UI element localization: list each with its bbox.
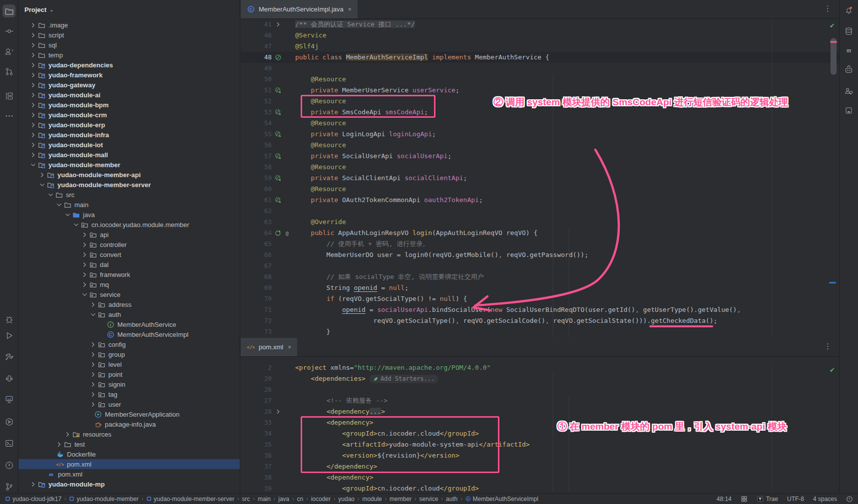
breadcrumb-item-member[interactable]: member xyxy=(390,496,412,503)
breadcrumb-item-service[interactable]: service xyxy=(419,496,438,503)
tree-item-yudao-module-crm[interactable]: yudao-module-crm xyxy=(18,110,240,120)
tree-item-memberauthservice[interactable]: IMemberAuthService xyxy=(18,319,240,329)
breadcrumb-item-yudao[interactable]: yudao xyxy=(338,496,355,503)
plugin-panel-icon[interactable] xyxy=(843,104,856,117)
ovr-gutter-icon[interactable] xyxy=(274,229,283,237)
tree-item-api[interactable]: api xyxy=(18,230,240,240)
tree-item-convert[interactable]: convert xyxy=(18,250,240,259)
version-control-icon[interactable] xyxy=(2,480,15,493)
tree-item-yudao-module-mp[interactable]: yudao-module-mp xyxy=(18,479,240,489)
breadcrumb-item-yudao-cloud-jdk17[interactable]: yudao-cloud-jdk17 xyxy=(5,496,61,503)
tree-item-yudao-module-erp[interactable]: yudao-module-erp xyxy=(18,120,240,130)
tree-item-address[interactable]: address xyxy=(18,299,240,309)
beanArrow-gutter-icon[interactable] xyxy=(274,108,283,116)
tree-item-temp[interactable]: temp xyxy=(18,50,240,60)
run-anything-icon[interactable] xyxy=(2,415,15,428)
tree-item-script[interactable]: script xyxy=(18,30,240,40)
inspections-ok-icon[interactable]: ✔ xyxy=(830,366,835,374)
structure-icon[interactable] xyxy=(2,89,15,102)
tree-item-pom-xml[interactable]: </>pom.xml xyxy=(18,459,240,469)
indent-setting[interactable]: 4 spaces xyxy=(813,496,837,503)
tree-item-controller[interactable]: controller xyxy=(18,240,240,250)
tree-item-level[interactable]: level xyxy=(18,359,240,369)
code-with-me-icon[interactable] xyxy=(843,84,856,97)
breadcrumb-item-memberauthserviceimpl[interactable]: CMemberAuthServiceImpl xyxy=(465,496,538,503)
tree-item-sql[interactable]: sql xyxy=(18,40,240,50)
problems-icon[interactable] xyxy=(2,459,15,472)
breadcrumb-item-auth[interactable]: auth xyxy=(446,496,457,503)
beanArrow-gutter-icon[interactable] xyxy=(274,196,283,204)
project-panel-header[interactable]: Project ⌄ xyxy=(18,0,240,19)
tree-item-yudao-module-ai[interactable]: yudao-module-ai xyxy=(18,90,240,100)
tree-item-mq[interactable]: mq xyxy=(18,279,240,289)
tree-item-test[interactable]: test xyxy=(18,439,240,449)
inspections-ok-icon[interactable]: ✔ xyxy=(830,22,835,29)
tree-item-resources[interactable]: resources xyxy=(18,429,240,439)
more-tool-windows-icon[interactable] xyxy=(2,109,15,122)
breadcrumb-item-iocoder[interactable]: iocoder xyxy=(311,496,331,503)
terminal-icon[interactable] xyxy=(2,437,15,450)
tree-item-yudao-gateway[interactable]: yudao-gateway xyxy=(18,80,240,90)
tree-item-config[interactable]: config xyxy=(18,339,240,349)
java-code-editor[interactable]: 41/** 会员的认证 Service 接口 ...*/46@Service47… xyxy=(241,19,839,337)
tree-item-user[interactable]: user xyxy=(18,399,240,409)
run-icon[interactable] xyxy=(2,329,15,342)
editor-scrollbar-thumb[interactable] xyxy=(831,38,837,75)
tree-item-yudao-module-mall[interactable]: yudao-module-mall xyxy=(18,150,240,160)
close-tab-icon[interactable]: × xyxy=(348,6,352,13)
services-icon[interactable] xyxy=(2,393,15,406)
tree-item-yudao-framework[interactable]: yudao-framework xyxy=(18,70,240,80)
tree-item-main[interactable]: main xyxy=(18,200,240,210)
tree-item-dal[interactable]: dal xyxy=(18,259,240,269)
tab-pom-xml[interactable]: </> pom.xml × xyxy=(241,338,297,356)
tree-item-yudao-module-infra[interactable]: yudao-module-infra xyxy=(18,130,240,140)
close-tab-icon[interactable]: × xyxy=(288,344,291,351)
tree-item-group[interactable]: group xyxy=(18,349,240,359)
fold-chevron-icon[interactable] xyxy=(274,408,283,416)
beanArrow-gutter-icon[interactable] xyxy=(274,86,283,94)
tree-item-yudao-module-member-api[interactable]: yudao-module-member-api xyxy=(18,170,240,180)
tree-item-pom-xml[interactable]: mpom.xml xyxy=(18,469,240,479)
build-icon[interactable] xyxy=(2,350,15,363)
beanArrow-gutter-icon[interactable] xyxy=(274,174,283,182)
learn-icon[interactable]: ? xyxy=(2,45,15,58)
tree-item-memberauthserviceimpl[interactable]: CMemberAuthServiceImpl xyxy=(18,329,240,339)
more-options-icon[interactable]: ⋮ xyxy=(824,342,832,351)
profiler-icon[interactable] xyxy=(2,372,15,385)
fold-chevron-icon[interactable] xyxy=(274,20,283,28)
at-gutter-icon[interactable]: @ xyxy=(283,229,292,237)
tab-memberauthserviceimpl-java[interactable]: C MemberAuthServiceImpl.java × xyxy=(241,0,358,18)
tree-item-point[interactable]: point xyxy=(18,369,240,379)
project-folder-icon[interactable] xyxy=(2,4,15,17)
trae-indicator[interactable]: Trae xyxy=(757,496,778,503)
debug-icon[interactable] xyxy=(2,313,15,326)
tree-item-package-info-java[interactable]: package-info.java xyxy=(18,419,240,429)
tree-item--image[interactable]: .image xyxy=(18,20,240,30)
tree-item-yudao-dependencies[interactable]: yudao-dependencies xyxy=(18,60,240,70)
add-starters-inlay[interactable]: Add Starters... xyxy=(370,375,438,383)
pull-requests-icon[interactable] xyxy=(2,65,15,78)
database-icon[interactable] xyxy=(843,24,856,37)
caret-position[interactable]: 48:14 xyxy=(717,496,732,503)
tree-item-tag[interactable]: tag xyxy=(18,389,240,399)
tree-item-framework[interactable]: framework xyxy=(18,269,240,279)
bean-gutter-icon[interactable] xyxy=(274,53,283,61)
tree-item-yudao-module-iot[interactable]: yudao-module-iot xyxy=(18,140,240,150)
tree-item-src[interactable]: src xyxy=(18,190,240,200)
breadcrumb-item-src[interactable]: src xyxy=(242,496,250,503)
file-encoding[interactable]: UTF-8 xyxy=(787,496,804,503)
breadcrumb-item-yudao-module-member-server[interactable]: yudao-module-member-server xyxy=(146,496,234,503)
tree-item-yudao-module-member[interactable]: yudao-module-member xyxy=(18,160,240,170)
notifications-icon[interactable] xyxy=(843,3,856,16)
tree-item-cn-iocoder-yudao-module-member[interactable]: cn.iocoder.yudao.module.member xyxy=(18,220,240,230)
maven-icon[interactable]: m xyxy=(843,43,856,56)
build-tool-icon[interactable] xyxy=(741,496,748,503)
tree-item-dockerfile[interactable]: Dockerfile xyxy=(18,449,240,459)
tree-item-service[interactable]: service xyxy=(18,289,240,299)
ai-assistant-icon[interactable] xyxy=(843,63,856,76)
tree-item-signin[interactable]: signin xyxy=(18,379,240,389)
breadcrumb-item-module[interactable]: module xyxy=(362,496,382,503)
breadcrumb-item-main[interactable]: main xyxy=(258,496,271,503)
breadcrumb-item-java[interactable]: java xyxy=(278,496,289,503)
error-circle-icon[interactable] xyxy=(846,496,853,503)
